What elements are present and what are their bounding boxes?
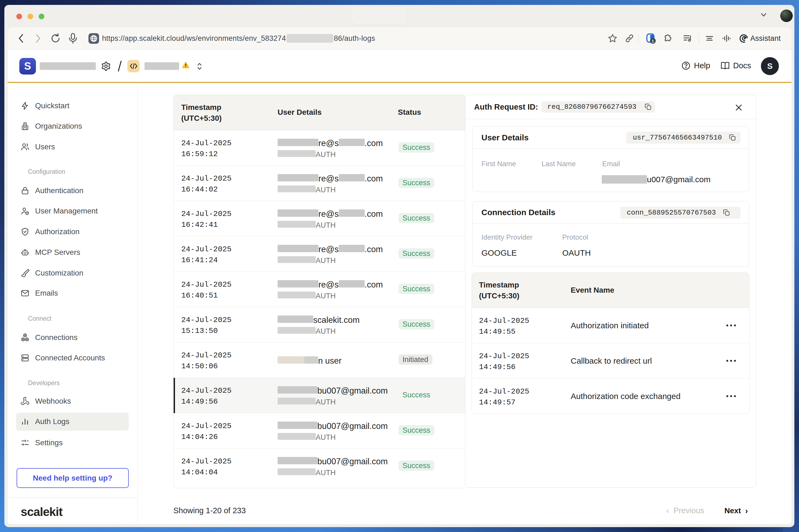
svg-text:1: 1	[652, 39, 654, 43]
